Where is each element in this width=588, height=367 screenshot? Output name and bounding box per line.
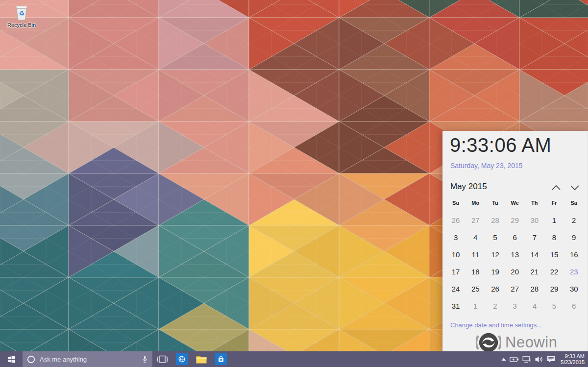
calendar-day-cell[interactable]: 26 <box>446 212 466 229</box>
clock-time: 9:33:06 AM <box>450 134 551 156</box>
calendar-day-header: Su <box>446 200 466 209</box>
tray-clock[interactable]: 9:33 AM 5/23/2015 <box>559 353 585 366</box>
file-explorer-button[interactable] <box>192 351 211 367</box>
calendar-day-cell[interactable]: 28 <box>525 280 544 297</box>
calendar-day-header: We <box>505 200 525 209</box>
file-explorer-folder-icon <box>196 354 207 364</box>
clock-date: Saturday, May 23, 2015 <box>450 162 523 170</box>
calendar-day-cell[interactable]: 17 <box>446 263 466 280</box>
windows-logo-icon <box>7 355 16 364</box>
edge-globe-icon <box>177 354 187 364</box>
tray-time: 9:33 AM <box>561 353 585 360</box>
calendar-day-cell[interactable]: 21 <box>525 263 544 280</box>
windows-store-button[interactable] <box>211 351 231 367</box>
recycle-bin-icon[interactable]: ♻ Recycle Bin <box>4 4 39 28</box>
calendar-day-cell[interactable]: 20 <box>505 263 525 280</box>
calendar-day-cell[interactable]: 3 <box>505 297 525 315</box>
calendar-day-cell[interactable]: 2 <box>564 212 584 229</box>
calendar-day-header: Tu <box>485 200 505 209</box>
task-view-icon <box>156 355 169 364</box>
desktop: ♻ Recycle Bin 9:33:06 AM Saturday, May 2… <box>0 0 588 367</box>
calendar-day-header: Sa <box>564 200 584 209</box>
calendar-day-cell[interactable]: 4 <box>466 229 485 246</box>
calendar-day-cell[interactable]: 29 <box>505 212 525 229</box>
calendar-day-cell[interactable]: 8 <box>544 229 564 246</box>
store-tile <box>215 353 227 365</box>
calendar-day-headers: SuMoTuWeThFrSa <box>446 200 584 209</box>
cortana-search-box[interactable]: Ask me anything <box>23 351 152 367</box>
calendar-day-cell[interactable]: 6 <box>564 297 584 315</box>
calendar-day-cell[interactable]: 31 <box>446 297 466 315</box>
neowin-brand-text: Neowin <box>505 334 557 351</box>
calendar-day-cell[interactable]: 25 <box>466 280 485 297</box>
taskbar: Ask me anything <box>0 351 588 367</box>
calendar-day-cell[interactable]: 30 <box>564 280 584 297</box>
calendar-month-label: May 2015 <box>450 182 487 191</box>
calendar-day-cell[interactable]: 29 <box>544 280 564 297</box>
calendar-day-cell[interactable]: 12 <box>485 246 505 263</box>
calendar-day-cell[interactable]: 1 <box>466 297 485 315</box>
calendar-day-cell[interactable]: 19 <box>485 263 505 280</box>
calendar-day-cell[interactable]: 2 <box>485 297 505 315</box>
tray-date: 5/23/2015 <box>561 359 585 366</box>
system-tray: 9:33 AM 5/23/2015 <box>501 351 588 367</box>
calendar-day-cell[interactable]: 11 <box>466 246 485 263</box>
calendar-day-cell[interactable]: 13 <box>505 246 525 263</box>
action-center-button[interactable] <box>547 351 555 367</box>
task-view-button[interactable] <box>152 351 172 367</box>
chevron-up-icon <box>501 358 506 361</box>
calendar-day-cell[interactable]: 5 <box>485 229 505 246</box>
recycle-bin-label: Recycle Bin <box>4 22 39 28</box>
calendar-day-cell[interactable]: 18 <box>466 263 485 280</box>
clock-calendar-flyout: 9:33:06 AM Saturday, May 23, 2015 May 20… <box>442 131 588 351</box>
calendar-day-cell[interactable]: 27 <box>505 280 525 297</box>
calendar-day-cell[interactable]: 1 <box>544 212 564 229</box>
action-center-bubble-icon <box>547 355 555 363</box>
calendar-day-cell[interactable]: 28 <box>485 212 505 229</box>
edge-browser-button[interactable] <box>172 351 192 367</box>
microphone-icon[interactable] <box>142 355 148 364</box>
volume-tray-button[interactable] <box>535 351 543 367</box>
calendar-prev-month-chevron-up-icon[interactable] <box>551 184 561 192</box>
calendar-month-row: May 2015 <box>450 182 581 195</box>
recycle-bin-glyph: ♻ <box>14 4 29 22</box>
calendar-day-cell[interactable]: 15 <box>544 246 564 263</box>
battery-icon <box>510 356 519 363</box>
calendar-day-header: Fr <box>544 200 564 209</box>
calendar-day-cell[interactable]: 3 <box>446 229 466 246</box>
battery-tray-button[interactable] <box>510 351 519 367</box>
calendar-day-cell[interactable]: 22 <box>544 263 564 280</box>
calendar-day-cell[interactable]: 4 <box>525 297 544 315</box>
calendar-day-cell[interactable]: 14 <box>525 246 544 263</box>
calendar-day-cell[interactable]: 24 <box>446 280 466 297</box>
calendar-day-cell[interactable]: 7 <box>525 229 544 246</box>
change-date-time-settings-link[interactable]: Change date and time settings... <box>450 321 542 329</box>
calendar-day-cell[interactable]: 6 <box>505 229 525 246</box>
calendar-day-cell[interactable]: 26 <box>485 280 505 297</box>
calendar-day-cell[interactable]: 5 <box>544 297 564 315</box>
calendar-day-cell[interactable]: 30 <box>525 212 544 229</box>
edge-tile <box>176 353 188 365</box>
search-placeholder: Ask me anything <box>40 356 142 363</box>
cortana-circle-icon <box>27 355 35 364</box>
start-button[interactable] <box>0 351 23 367</box>
calendar-day-cell[interactable]: 16 <box>564 246 584 263</box>
calendar-day-cell[interactable]: 27 <box>466 212 485 229</box>
store-bag-icon <box>216 354 226 364</box>
calendar-day-cell[interactable]: 9 <box>564 229 584 246</box>
calendar-next-month-chevron-down-icon[interactable] <box>570 184 580 192</box>
svg-text:♻: ♻ <box>19 10 24 17</box>
speaker-icon <box>535 356 543 363</box>
calendar-day-header: Mo <box>466 200 485 209</box>
network-icon <box>522 356 531 363</box>
network-tray-button[interactable] <box>522 351 531 367</box>
calendar-day-today[interactable]: 23 <box>564 263 584 280</box>
calendar-grid: 2627282930123456789101112131415161718192… <box>446 212 584 315</box>
calendar-day-header: Th <box>525 200 544 209</box>
calendar-day-cell[interactable]: 10 <box>446 246 466 263</box>
show-hidden-icons-button[interactable] <box>501 351 506 367</box>
